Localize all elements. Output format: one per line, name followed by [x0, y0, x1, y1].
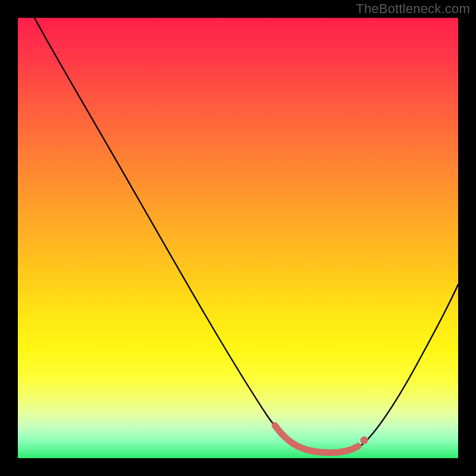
curve-path — [35, 18, 458, 453]
accent-end-dot — [361, 437, 368, 444]
accent-segment — [275, 425, 358, 453]
bottleneck-curve — [18, 18, 458, 458]
watermark-text: TheBottleneck.com — [356, 1, 470, 17]
plot-area — [18, 18, 458, 458]
chart-frame: TheBottleneck.com — [0, 0, 476, 476]
